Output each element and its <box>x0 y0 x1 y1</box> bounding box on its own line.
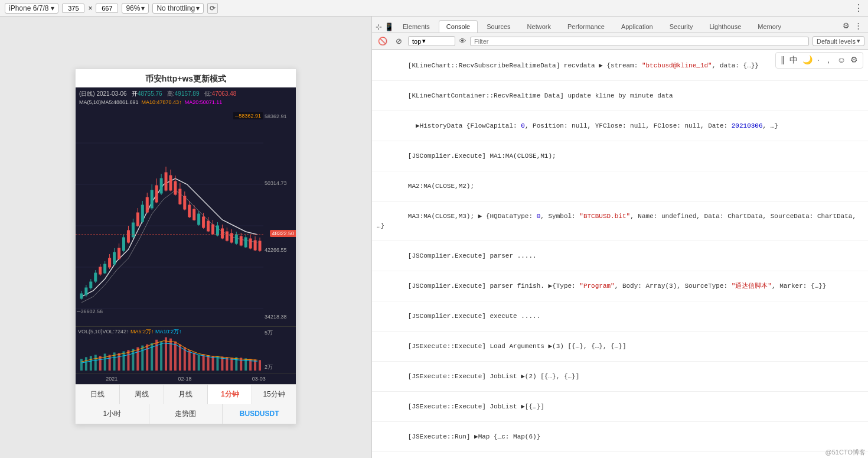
smile-icon[interactable]: ☺ <box>837 55 846 66</box>
tab-performance[interactable]: Performance <box>560 20 612 33</box>
tab-network[interactable]: Network <box>520 20 559 33</box>
device-toolbar: iPhone 6/7/8 ▾ × 96% ▾ No throttling ▾ ⟳… <box>0 0 868 17</box>
mobile-frame: 币安http+ws更新模式 (日线) 2021-03-06 开48755.76 … <box>75 69 296 424</box>
ban-icon[interactable]: ⊘ <box>393 35 404 47</box>
svg-rect-111 <box>193 352 195 371</box>
dot-icon[interactable]: · <box>817 55 820 66</box>
svg-rect-116 <box>226 357 228 371</box>
chart-header: (日线) 2021-03-06 开48755.76 高:49157.89 低:4… <box>76 87 296 108</box>
tf-15min[interactable]: 15分钟 <box>252 385 296 404</box>
devtools-cursor-icon[interactable]: ⊹ <box>374 21 383 33</box>
console-line: [JSComplier.Execute] MA1:MA(CLOSE,M1); <box>372 141 868 171</box>
console-line: [JSExecute::Execute] JobList ▶[{…}] <box>372 392 868 422</box>
mobile-preview-panel: 币安http+ws更新模式 (日线) 2021-03-06 开48755.76 … <box>0 17 372 458</box>
console-line: [JSComplier.Execute] parser finish. ▶{Ty… <box>372 271 868 301</box>
tab-sources[interactable]: Sources <box>479 20 518 33</box>
chart-date: (日线) 2021-03-06 开48755.76 高:49157.89 低:4… <box>79 90 292 98</box>
svg-rect-113 <box>207 355 210 371</box>
more-options-icon[interactable]: ⋮ <box>854 2 863 14</box>
svg-rect-83 <box>80 359 83 371</box>
svg-rect-102 <box>136 347 139 371</box>
svg-rect-110 <box>188 350 191 371</box>
console-line: [JSExecute::Execute] Load Arguments ▶(3)… <box>372 332 868 362</box>
watermark: @51CTO博客 <box>825 448 866 457</box>
price-label-2: 50314.73 <box>265 180 295 186</box>
main-content: 币安http+ws更新模式 (日线) 2021-03-06 开48755.76 … <box>0 17 868 458</box>
eye-icon[interactable]: 👁 <box>459 37 466 46</box>
settings-icon[interactable]: ⚙ <box>841 20 851 31</box>
console-line: [KLineChartContainer::RecvRealtime Data]… <box>372 81 868 111</box>
svg-rect-100 <box>118 353 120 371</box>
tab-memory[interactable]: Memory <box>750 20 789 33</box>
svg-rect-103 <box>146 344 148 370</box>
tab-security[interactable]: Security <box>662 20 701 33</box>
chevron-down-icon: ▾ <box>141 4 145 12</box>
ma-info: MA(5,10)MA5:48861.691 MA10:47870.43↑ MA2… <box>79 99 292 105</box>
price-label-3: 42266.55 <box>265 247 295 253</box>
svg-rect-104 <box>155 339 158 370</box>
clear-console-button[interactable]: 🚫 <box>376 35 390 47</box>
svg-rect-121 <box>259 360 261 371</box>
log-levels-selector[interactable]: Default levels ▾ <box>812 36 864 46</box>
console-toolbar: 🚫 ⊘ top ▾ 👁 Default levels ▾ <box>372 33 868 50</box>
device-selector[interactable]: iPhone 6/7/8 ▾ <box>5 3 58 14</box>
chinese-char-icon[interactable]: 中 <box>789 55 798 66</box>
svg-rect-87 <box>104 353 106 371</box>
vol-label-1: 5万 <box>265 329 295 337</box>
svg-rect-117 <box>230 358 233 371</box>
chevron-down-icon: ▾ <box>196 4 200 12</box>
moon-icon[interactable]: 🌙 <box>802 55 812 66</box>
svg-rect-105 <box>165 337 167 370</box>
svg-rect-106 <box>169 338 172 370</box>
tf-trend[interactable]: 走势图 <box>149 404 223 424</box>
svg-rect-84 <box>85 357 87 371</box>
svg-rect-93 <box>160 341 162 370</box>
svg-rect-94 <box>198 355 200 371</box>
height-input[interactable] <box>96 4 118 13</box>
volume-labels: 5万 2万 <box>263 327 296 373</box>
console-line: [JSExecute::Run] ▶Map {_c: Map(6)} <box>372 422 868 452</box>
console-line: ▶HistoryData {FlowCapital: 0, Position: … <box>372 111 868 141</box>
width-input[interactable] <box>62 4 84 13</box>
tf-1hour[interactable]: 1小时 <box>76 404 149 424</box>
rotate-button[interactable]: ⟳ <box>207 3 218 14</box>
throttle-selector[interactable]: No throttling ▾ <box>152 3 204 14</box>
console-line: [JSComplier.Run] execute finish ▶(3) [{…… <box>372 452 868 458</box>
tab-application[interactable]: Application <box>614 20 661 33</box>
timeframe-row-2: 1小时 走势图 BUSDUSDT <box>76 404 296 424</box>
volume-area: 5万 2万 VOL(5,10)VOL:7242↑ MA5:2万↑ MA10:2万… <box>76 326 296 373</box>
chart-area: 58362.91 50314.73 42266.55 34218.38 ─583… <box>76 108 296 326</box>
chevron-down-icon: ▾ <box>422 37 426 45</box>
console-line: MA2:MA(CLOSE,M2); <box>372 171 868 202</box>
vertical-dots-icon[interactable]: ⋮ <box>853 20 863 31</box>
svg-rect-89 <box>123 351 125 371</box>
zoom-selector[interactable]: 96% ▾ <box>122 3 149 14</box>
context-selector[interactable]: top ▾ <box>408 36 455 46</box>
console-output[interactable]: [KLineChart::RecvSubscribeRealtimeData] … <box>372 50 868 458</box>
tab-elements[interactable]: Elements <box>395 20 438 33</box>
svg-rect-118 <box>240 358 242 371</box>
comma-icon[interactable]: ， <box>824 55 833 66</box>
tf-pair[interactable]: BUSDUSDT <box>223 404 296 424</box>
tf-daily[interactable]: 日线 <box>76 385 119 404</box>
special-toolbar: ‖ 中 🌙 · ， ☺ ⚙ <box>775 52 863 69</box>
tf-1min[interactable]: 1分钟 <box>208 385 252 404</box>
console-line: [JSExecute::Execute] JobList ▶(2) [{…}, … <box>372 362 868 392</box>
tab-lighthouse[interactable]: Lighthouse <box>701 20 749 33</box>
tab-console[interactable]: Console <box>439 20 478 33</box>
console-line: [JSComplier.Execute] execute ..... <box>372 301 868 332</box>
svg-rect-96 <box>235 357 237 371</box>
left-price-annotation: ─36602.56 <box>77 308 103 314</box>
vertical-line-icon: ‖ <box>781 55 785 66</box>
devtools-mobile-icon[interactable]: 📱 <box>383 21 395 33</box>
high-label: 高:49157.89 <box>167 90 200 97</box>
price-labels: 58362.91 50314.73 42266.55 34218.38 <box>263 108 296 326</box>
tf-monthly[interactable]: 月线 <box>164 385 208 404</box>
gear-icon[interactable]: ⚙ <box>850 55 858 66</box>
cross-symbol: × <box>88 4 92 12</box>
filter-input[interactable] <box>470 37 809 46</box>
tf-weekly[interactable]: 周线 <box>120 385 164 404</box>
volume-header: VOL(5,10)VOL:7242↑ MA5:2万↑ MA10:2万↑ <box>78 328 182 336</box>
svg-rect-91 <box>141 345 143 370</box>
svg-rect-86 <box>94 355 97 371</box>
